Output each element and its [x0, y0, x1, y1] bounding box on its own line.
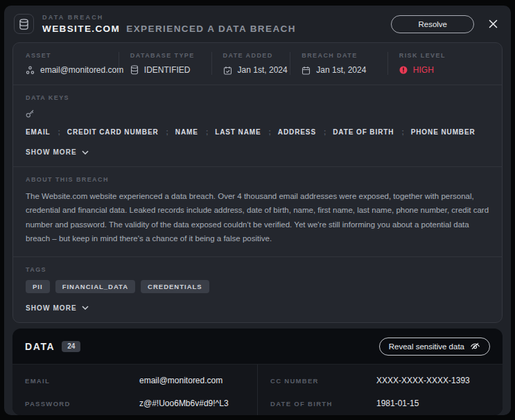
- chevron-down-icon: [82, 306, 89, 310]
- calendar-check-icon: [223, 66, 232, 75]
- data-panel-title: DATA: [25, 341, 55, 352]
- row-label: DATE OF BIRTH: [270, 400, 376, 408]
- data-key: LAST NAME;: [215, 128, 278, 136]
- summary-field: DATE ADDED Jan 1st, 2024: [211, 52, 290, 75]
- row-value: XXXX-XXXX-XXXX-1393: [376, 376, 470, 385]
- summary-field-label: RISK LEVEL: [399, 52, 489, 59]
- data-keys-list: EMAIL;CREDIT CARD NUMBER;NAME;LAST NAME;…: [26, 125, 475, 137]
- resolve-button[interactable]: Resolve: [391, 15, 474, 33]
- row-label: EMAIL: [25, 377, 139, 385]
- data-key: NAME;: [175, 128, 215, 136]
- breach-kicker: DATA BREACH: [42, 14, 296, 21]
- data-key: DATE OF BIRTH;: [333, 128, 410, 136]
- risk-high-icon: [399, 66, 408, 74]
- about-breach-section: ABOUT THIS BREACH The Website.com websit…: [13, 166, 502, 256]
- table-row: EMAIL email@monitored.com: [12, 369, 257, 392]
- reveal-sensitive-data-button[interactable]: Reveal sensitive data: [379, 338, 490, 356]
- row-value: 1981-01-15: [376, 399, 419, 408]
- data-keys-label: DATA KEYS: [26, 94, 489, 101]
- row-label: CC NUMBER: [270, 377, 376, 385]
- data-key: CREDIT CARD NUMBER;: [67, 128, 175, 136]
- asset-icon: [26, 66, 35, 75]
- table-row: CC NUMBER XXXX-XXXX-XXXX-1393: [258, 369, 503, 392]
- chevron-down-icon: [82, 150, 89, 155]
- calendar-icon: [302, 66, 311, 75]
- about-text: The Website.com website experienced a da…: [26, 189, 489, 246]
- summary-field-label: BREACH DATE: [302, 52, 387, 59]
- summary-field: DATABASE TYPE IDENTIFIED: [119, 52, 211, 75]
- breached-data-table: EMAIL email@monitored.com PASSWORD z@#!U…: [12, 364, 503, 415]
- data-key-separator: ;: [206, 128, 209, 136]
- summary-field: BREACH DATE Jan 1st, 2024: [290, 52, 387, 75]
- data-key-separator: ;: [166, 128, 169, 136]
- tag-chips: PIIFINANCIAL_DATACREDENTIALS: [26, 280, 489, 293]
- summary-field-label: DATE ADDED: [223, 52, 290, 59]
- table-row: PASSWORD z@#!Uoo6Mb6v#d9!^L3: [12, 392, 257, 415]
- data-panel: DATA 24 Reveal sensitive data EMAIL emai…: [12, 329, 503, 415]
- data-breach-modal: DATA BREACH WEBSITE.COM EXPERIENCED A DA…: [4, 6, 511, 415]
- page-title: WEBSITE.COM EXPERIENCED A DATA BREACH: [42, 24, 296, 34]
- close-icon[interactable]: [487, 17, 500, 30]
- key-icon: [26, 109, 35, 118]
- breach-details-card: ASSET email@monitored.com DATABASE TYPE …: [12, 42, 503, 323]
- tag-chip: FINANCIAL_DATA: [55, 280, 135, 293]
- data-key-separator: ;: [401, 128, 404, 136]
- data-key: PHONE NUMBER;: [411, 128, 475, 136]
- summary-field-value: HIGH: [413, 65, 434, 75]
- show-more-tags-button[interactable]: SHOW MORE: [26, 304, 89, 312]
- tags-section: TAGS PIIFINANCIAL_DATACREDENTIALS SHOW M…: [13, 256, 502, 322]
- row-value: email@monitored.com: [139, 376, 222, 385]
- breach-site-name: WEBSITE.COM: [42, 24, 120, 34]
- summary-field: ASSET email@monitored.com: [26, 52, 119, 75]
- summary-field-value: Jan 1st, 2024: [238, 65, 288, 75]
- row-value: z@#!Uoo6Mb6v#d9!^L3: [139, 399, 229, 408]
- modal-header: DATA BREACH WEBSITE.COM EXPERIENCED A DA…: [4, 6, 511, 41]
- data-table-right-column: CC NUMBER XXXX-XXXX-XXXX-1393 DATE OF BI…: [257, 365, 503, 415]
- summary-field-value: Jan 1st, 2024: [316, 65, 366, 75]
- data-key: EMAIL;: [26, 128, 67, 136]
- summary-field-value: IDENTIFIED: [144, 65, 191, 75]
- tag-chip: PII: [26, 280, 50, 293]
- breach-title-rest: EXPERIENCED A DATA BREACH: [126, 24, 296, 34]
- summary-field-value: email@monitored.com: [40, 65, 123, 75]
- about-label: ABOUT THIS BREACH: [26, 176, 489, 183]
- data-key-separator: ;: [324, 128, 326, 136]
- database-logo-icon: [14, 14, 34, 34]
- data-count-badge: 24: [62, 341, 80, 352]
- title-block: DATA BREACH WEBSITE.COM EXPERIENCED A DA…: [42, 14, 296, 34]
- row-label: PASSWORD: [25, 400, 139, 408]
- tags-label: TAGS: [26, 266, 489, 273]
- data-keys-section: DATA KEYS EMAIL;CREDIT CARD NUMBER;NAME;…: [13, 85, 502, 166]
- data-key-separator: ;: [269, 128, 272, 136]
- summary-field-label: DATABASE TYPE: [130, 52, 211, 59]
- data-key-separator: ;: [58, 128, 61, 136]
- summary-field-label: ASSET: [26, 52, 119, 59]
- data-panel-header: DATA 24 Reveal sensitive data: [12, 329, 503, 364]
- data-table-left-column: EMAIL email@monitored.com PASSWORD z@#!U…: [12, 365, 257, 415]
- summary-field: RISK LEVEL HIGH: [387, 52, 489, 75]
- show-more-data-keys-button[interactable]: SHOW MORE: [26, 148, 89, 156]
- tag-chip: CREDENTIALS: [141, 280, 209, 293]
- eye-off-icon: [470, 342, 480, 351]
- database-icon: [130, 65, 139, 75]
- table-row: DATE OF BIRTH 1981-01-15: [258, 392, 503, 415]
- summary-row: ASSET email@monitored.com DATABASE TYPE …: [13, 43, 502, 85]
- data-key: ADDRESS;: [278, 128, 333, 136]
